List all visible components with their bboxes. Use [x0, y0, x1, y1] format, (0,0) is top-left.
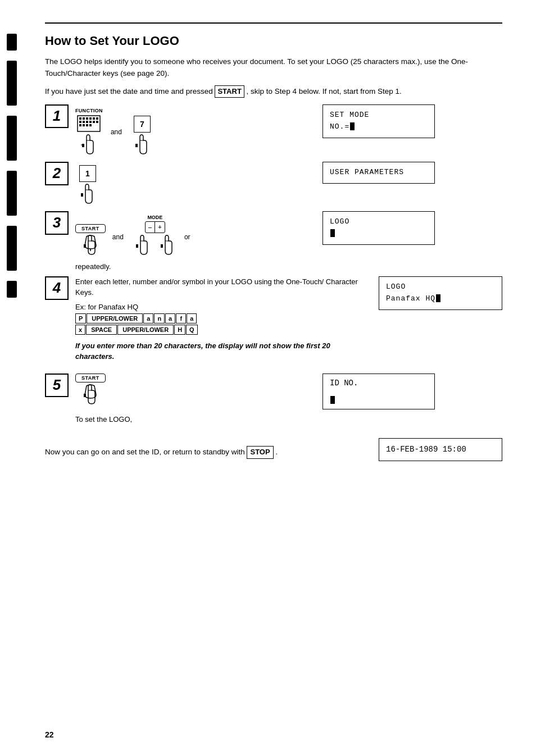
step-3-content: START — [75, 211, 502, 271]
display-line2: NO.= — [330, 121, 428, 133]
svg-rect-14 — [83, 124, 85, 126]
step-1-row: 1 FUNCTION — [45, 104, 502, 156]
bottom-note-post: . — [275, 448, 278, 456]
bottom-section: Now you can go on and set the ID, or ret… — [45, 438, 502, 461]
key-a2: a — [165, 313, 175, 324]
display-line2 — [330, 228, 428, 240]
bottom-display-line1: 16-FEB-1989 15:00 — [386, 443, 495, 456]
step-5-display: ID NO. — [322, 374, 435, 409]
key-n: n — [154, 313, 165, 324]
bottom-display-area: 16-FEB-1989 15:00 — [379, 438, 502, 461]
key-a1: a — [143, 313, 153, 324]
key-f: f — [176, 313, 186, 324]
step-2-display: USER PARAMETERS — [322, 162, 435, 184]
bottom-display: 16-FEB-1989 15:00 — [379, 438, 502, 461]
display-line1: LOGO — [330, 216, 428, 228]
svg-rect-6 — [96, 117, 98, 120]
step-1-number: 1 — [45, 104, 69, 128]
step-3-display: LOGO — [322, 211, 435, 245]
key-H: H — [174, 325, 185, 335]
step-3-number: 3 — [45, 211, 69, 235]
step-1-keys: FUNCTION — [75, 108, 155, 156]
svg-rect-16 — [89, 124, 92, 126]
step-2-row: 2 1 — [45, 162, 502, 206]
cursor — [350, 122, 355, 130]
start-key-5: START — [75, 374, 106, 409]
step-2-content: 1 USER PARAMETERS — [75, 162, 502, 206]
intro-para1: The LOGO helps identify you to someone w… — [45, 56, 502, 80]
steps-area: 1 FUNCTION — [45, 104, 502, 431]
step-5-content: START To set the LOGO, ID NO. — [75, 374, 502, 425]
step-4-text: Enter each letter, number and/or symbol … — [75, 276, 367, 298]
num-7-box: 7 — [134, 116, 151, 133]
key-sequence: P UPPER/LOWER a n a f a x SPACE — [75, 313, 367, 335]
intro-para1-text: The LOGO helps identify you to someone w… — [45, 57, 468, 78]
binding-mark — [7, 34, 17, 51]
step-1-display: SET MODE NO.= — [322, 104, 435, 138]
page-title: How to Set Your LOGO — [45, 34, 502, 48]
mode-label: MODE — [147, 215, 162, 220]
bottom-note-area: Now you can go on and set the ID, or ret… — [45, 438, 367, 458]
svg-rect-2 — [83, 117, 85, 120]
svg-rect-11 — [93, 121, 95, 123]
start-key-5-box: START — [75, 374, 106, 382]
hand-icon-3a — [78, 233, 103, 260]
key-x: x — [75, 325, 85, 335]
hand-icon-5 — [78, 382, 103, 409]
step-2-number: 2 — [45, 162, 69, 185]
step-5-number: 5 — [45, 374, 69, 397]
svg-rect-4 — [89, 117, 92, 120]
page-number: 22 — [45, 730, 54, 739]
step-2-right: USER PARAMETERS — [322, 162, 446, 206]
key-Q: Q — [186, 325, 198, 335]
svg-rect-8 — [83, 121, 85, 123]
hand-icon-1b — [130, 133, 155, 156]
id-no-line1: ID NO. — [330, 379, 428, 388]
example-label: Ex: for Panafax HQ — [75, 303, 367, 311]
step-1-left: FUNCTION — [75, 104, 311, 156]
mode-key-box: – + — [145, 221, 165, 233]
svg-rect-9 — [86, 121, 88, 123]
binding-mark — [7, 226, 17, 271]
svg-rect-13 — [79, 124, 81, 126]
step-5-text: To set the LOGO, — [75, 414, 132, 425]
svg-rect-15 — [86, 124, 88, 126]
svg-rect-12 — [96, 121, 98, 123]
hand-icon-1 — [76, 133, 101, 156]
display-line1: USER PARAMETERS — [330, 167, 428, 179]
start-key-inline: START — [215, 85, 244, 98]
intro-para2: If you have just set the date and time a… — [45, 85, 502, 98]
page: How to Set Your LOGO The LOGO helps iden… — [0, 0, 536, 756]
binding-mark — [7, 281, 17, 298]
function-label: FUNCTION — [75, 108, 103, 113]
cursor — [330, 396, 335, 404]
step-4-content: Enter each letter, number and/or symbol … — [75, 276, 502, 362]
top-rule — [45, 22, 502, 24]
step-1-right: SET MODE NO.= — [322, 104, 446, 156]
key-space: SPACE — [86, 325, 117, 335]
step-3-row: 3 START — [45, 211, 502, 271]
step-3-keys: START — [75, 215, 192, 260]
start-key-box: START — [75, 224, 106, 233]
and-connector-3: and — [112, 233, 124, 241]
binding-mark — [7, 61, 17, 106]
key-a3: a — [187, 313, 197, 324]
key-seq-row1: P UPPER/LOWER a n a f a — [75, 313, 367, 324]
intro-para2-pre: If you have just set the date and time a… — [45, 86, 213, 95]
step-2-keys: 1 — [75, 165, 100, 206]
display-line1: LOGO — [386, 281, 495, 293]
bottom-note-text: Now you can go on and set the ID, or ret… — [45, 448, 245, 456]
num-7-key: 7 — [130, 116, 155, 156]
display-line2: Panafax HQ — [386, 293, 495, 305]
or-connector-3: or — [184, 233, 190, 241]
step-1-content: FUNCTION — [75, 104, 502, 156]
svg-rect-7 — [79, 121, 81, 123]
key-seq-row2: x SPACE UPPER/LOWER H Q — [75, 325, 367, 335]
svg-rect-5 — [93, 117, 95, 120]
start-key-3: START — [75, 224, 106, 260]
mode-plus: + — [155, 222, 165, 233]
step-3-right: LOGO — [322, 211, 446, 245]
svg-rect-10 — [89, 121, 92, 123]
step-4-number: 4 — [45, 276, 69, 300]
display-line1: SET MODE — [330, 110, 428, 121]
